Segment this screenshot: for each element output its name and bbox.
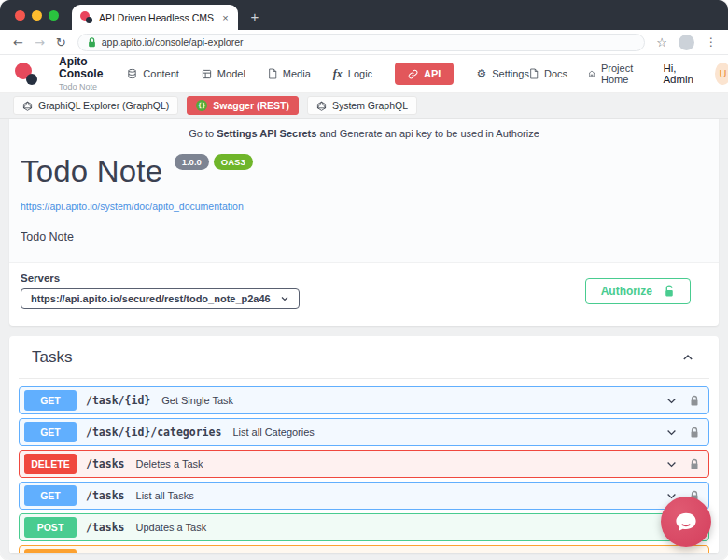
method-badge: GET [24,422,77,442]
project-home-link[interactable]: Project Home [588,63,642,85]
endpoint-path: /task/{id} [86,394,150,407]
authorize-button[interactable]: Authorize [585,278,691,304]
bookmark-star-icon[interactable]: ☆ [656,35,667,49]
tasks-section: Tasks GET/task/{id}Get Single TaskGET/ta… [9,336,719,553]
address-bar[interactable]: app.apito.io/console/api-explorer [77,34,646,51]
chevron-down-icon [280,294,289,303]
method-badge: PUT [24,549,77,553]
endpoint-row[interactable]: POST/tasksUpdates a Task [19,513,709,541]
endpoint-row[interactable]: PUT/tasksCreates a Task [19,545,709,553]
close-tab-icon[interactable]: × [222,12,228,23]
new-tab-button[interactable]: + [251,9,259,23]
lock-icon[interactable] [690,553,699,554]
browser-menu-icon[interactable]: ⋮ [706,35,717,49]
documentation-link[interactable]: https://api.apito.io/system/doc/apito_do… [21,201,244,212]
endpoint-summary: Deletes a Task [136,458,203,469]
main-nav: Content Model Media fx Logic API ⚙ Setti… [127,63,529,85]
nav-label: Content [143,68,179,79]
nav-item-model[interactable]: Model [202,68,245,79]
browser-toolbar: ← → ↻ app.apito.io/console/api-explorer … [0,30,728,55]
nav-item-content[interactable]: Content [127,68,179,79]
endpoint-row[interactable]: GET/tasksList all Tasks [19,482,709,510]
graphql-icon [316,101,327,111]
chat-widget-button[interactable] [661,497,711,547]
window-controls[interactable] [15,10,59,21]
browser-profile-avatar[interactable] [679,35,694,50]
lock-icon[interactable] [690,458,699,470]
forward-icon: → [35,36,45,49]
reload-icon[interactable]: ↻ [56,36,66,49]
unlock-icon [664,285,675,298]
notice-bold-text: Settings API Secrets [217,128,316,139]
apito-logo[interactable] [15,63,38,86]
project-name: Todo Note [59,82,103,91]
chevron-down-icon[interactable] [665,427,678,439]
server-url: https://api.apito.io/secured/rest/todo_n… [31,293,271,304]
server-select[interactable]: https://api.apito.io/secured/rest/todo_n… [21,288,300,309]
method-badge: GET [24,390,77,411]
nav-item-api-active[interactable]: API [395,63,454,85]
api-info-block: Todo Note 1.0.0 OAS3 https://api.apito.i… [9,141,719,263]
close-window-button[interactable] [15,10,25,21]
back-icon[interactable]: ← [13,36,23,49]
home-icon [588,68,595,79]
user-avatar[interactable]: U [715,63,728,85]
model-icon [202,69,212,79]
chevron-down-icon[interactable] [665,553,678,554]
nav-item-logic[interactable]: fx Logic [333,67,372,81]
chevron-up-icon[interactable] [681,351,694,364]
endpoint-row[interactable]: GET/task/{id}/categoriesList all Categor… [19,418,709,446]
tab-label: GraphiQL Explorer (GraphQL) [38,100,169,111]
api-title: Todo Note [21,154,162,189]
endpoint-summary: Get Single Task [161,395,233,406]
nav-label: Settings [492,68,529,79]
database-icon [127,68,137,79]
endpoint-summary: List all Tasks [136,490,194,501]
gear-icon: ⚙ [476,68,486,79]
doc-file-icon [529,68,539,79]
nav-item-settings[interactable]: ⚙ Settings [476,68,529,79]
url-text: app.apito.io/console/api-explorer [102,36,244,48]
notice-text: and Generate an api key to be used in Au… [316,128,539,139]
api-description: Todo Note [21,231,707,244]
lock-icon[interactable] [690,427,699,439]
project-home-label: Project Home [601,63,642,85]
tab-system-graphql[interactable]: System GraphQL [307,96,417,115]
api-key-notice: Go to Settings API Secrets and Generate … [9,119,719,141]
app-name: Apito Console [59,56,103,80]
tab-swagger-rest[interactable]: {} Swagger (REST) [187,96,299,115]
nav-item-media[interactable]: Media [268,68,311,79]
chat-bubble-icon [674,511,698,533]
nav-label: Media [283,68,311,79]
nav-label: API [424,68,441,79]
app-title-block: Apito Console Todo Note [59,56,103,91]
endpoint-path: /tasks [86,521,125,534]
method-badge: POST [24,517,77,538]
tab-title: API Driven Headless CMS [99,12,214,23]
graphql-icon [22,101,33,111]
endpoint-row[interactable]: GET/task/{id}Get Single Task [19,386,709,414]
notice-text: Go to [189,128,217,139]
chevron-down-icon[interactable] [665,395,678,407]
lock-icon[interactable] [690,395,699,407]
version-badge: 1.0.0 [175,154,209,170]
authorize-label: Authorize [601,285,652,298]
swagger-page: Go to Settings API Secrets and Generate … [0,119,728,560]
endpoint-path: /tasks [86,553,125,553]
endpoint-list: GET/task/{id}Get Single TaskGET/task/{id… [9,379,719,553]
docs-link[interactable]: Docs [529,68,567,79]
chevron-down-icon[interactable] [665,458,678,470]
section-title: Tasks [32,348,72,367]
browser-window: API Driven Headless CMS × + ← → ↻ app.ap… [0,0,728,560]
maximize-window-button[interactable] [49,10,59,21]
endpoint-row[interactable]: DELETE/tasksDeletes a Task [19,450,709,478]
endpoint-summary: List all Categories [232,427,314,438]
tasks-section-header[interactable]: Tasks [19,336,709,379]
minimize-window-button[interactable] [32,10,42,21]
endpoint-summary: Updates a Task [136,522,207,533]
tab-graphiql-explorer[interactable]: GraphiQL Explorer (GraphQL) [13,96,178,115]
browser-tabstrip: API Driven Headless CMS × + [0,0,728,30]
browser-tab[interactable]: API Driven Headless CMS × [72,5,238,30]
endpoint-path: /tasks [86,489,125,502]
endpoint-path: /tasks [86,457,125,470]
